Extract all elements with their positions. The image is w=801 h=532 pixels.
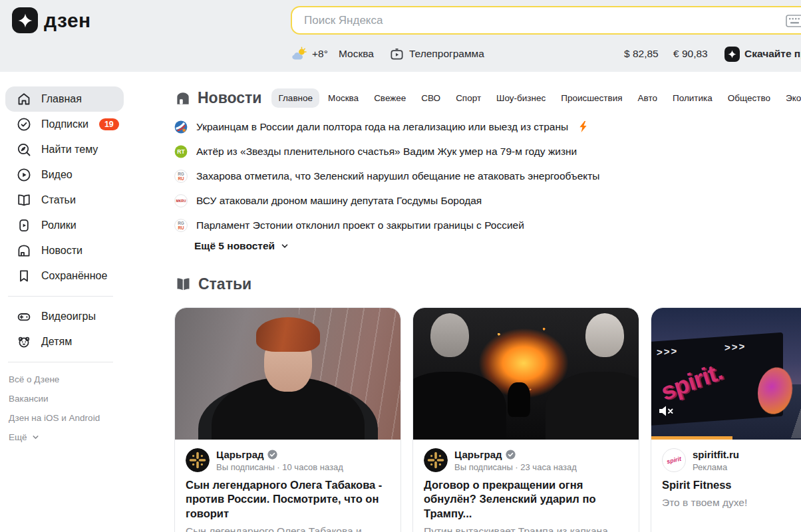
dzen-app-icon <box>724 47 740 62</box>
gamepad-icon <box>16 309 32 325</box>
dzen-star-icon <box>12 7 38 33</box>
news-tab-auto[interactable]: Авто <box>631 88 664 108</box>
mk-icon: MKRU <box>174 194 188 207</box>
news-item-text: ВСУ атаковали дроном машину депутата Гос… <box>196 195 482 207</box>
news-item[interactable]: MKRU ВСУ атаковали дроном машину депутат… <box>174 188 599 213</box>
footer-more-label: Ещё <box>9 432 27 442</box>
logo-text: дзен <box>44 9 91 32</box>
news-item-text: Украинцам в России дали полтора года на … <box>196 121 568 133</box>
tv-program-link[interactable]: Телепрограмма <box>389 43 484 65</box>
subscriptions-icon <box>16 116 32 132</box>
news-tab-sport[interactable]: Спорт <box>449 88 488 108</box>
channel-avatar[interactable] <box>424 448 448 472</box>
news-tab-politics[interactable]: Политика <box>666 88 719 108</box>
news-tab-glavnoe[interactable]: Главное <box>271 88 319 108</box>
sidebar-item-news[interactable]: Новости <box>5 238 124 263</box>
article-card[interactable]: Царьград Вы подписаны · 23 часа назад До… <box>412 307 639 532</box>
ad-title[interactable]: Spirit Fitness <box>662 478 801 492</box>
spirit-logo-icon: spirit <box>666 456 682 465</box>
sidebar-item-articles[interactable]: Статьи <box>5 188 124 213</box>
city-link[interactable]: Москва <box>339 43 374 65</box>
articles-cards: Царьград Вы подписаны · 10 часов назад С… <box>174 307 801 532</box>
channel-name[interactable]: Царьград <box>454 449 502 460</box>
download-app-link[interactable]: Скачайте при <box>724 43 801 65</box>
news-item[interactable]: RG RU Парламент Эстонии отклонил проект … <box>174 213 599 237</box>
mute-button[interactable] <box>658 404 675 421</box>
news-tab-society[interactable]: Общество <box>721 88 777 108</box>
advertiser-name[interactable]: spiritfit.ru <box>693 449 739 460</box>
sidebar-item-label: Подписки <box>41 118 88 130</box>
news-item[interactable]: RG RU Захарова отметила, что Зеленский н… <box>174 164 599 188</box>
channel-name[interactable]: Царьград <box>216 449 264 460</box>
sidebar-item-saved[interactable]: Сохранённое <box>5 263 124 289</box>
search-bar <box>291 6 801 35</box>
sidebar-item-label: Новости <box>41 245 82 257</box>
news-item-text: Захарова отметила, что Зеленский нарушил… <box>196 170 599 182</box>
sidebar-item-subscriptions[interactable]: Подписки 19 <box>5 112 124 137</box>
news-tab-svo[interactable]: СВО <box>414 88 447 108</box>
verified-icon <box>506 450 516 460</box>
spirit-sign-text: spirit. <box>658 358 726 406</box>
article-snippet: Сын легендарного Олега Табакова и молода… <box>186 525 390 532</box>
ad-progress-bar <box>651 436 732 440</box>
ad-card[interactable]: >>> >>> spirit. spirit <box>651 307 801 532</box>
sidebar-item-video[interactable]: Видео <box>5 162 124 188</box>
svg-text:RU: RU <box>178 225 184 230</box>
footer-link-about[interactable]: Всё о Дзене <box>0 370 164 389</box>
article-title[interactable]: Сын легендарного Олега Табакова - против… <box>186 478 390 521</box>
usd-rate[interactable]: $ 82,85 <box>624 43 659 65</box>
sidebar-item-home[interactable]: Главная <box>5 86 124 112</box>
news-tab-moskva[interactable]: Москва <box>321 88 365 108</box>
tv-program-label: Телепрограмма <box>409 48 484 60</box>
keyboard-icon[interactable] <box>786 14 801 31</box>
sidebar-item-shorts[interactable]: Ролики <box>5 213 124 238</box>
download-app-label: Скачайте при <box>744 48 801 60</box>
ad-snippet: Это в твоем духе! <box>662 496 801 510</box>
weather-widget[interactable]: +8° <box>291 43 328 65</box>
usd-value: $ 82,85 <box>624 48 659 60</box>
channel-meta: Вы подписаны · 10 часов назад <box>216 462 343 472</box>
dzen-logo[interactable]: дзен <box>12 7 91 33</box>
dzen-homepage: дзен +8° <box>0 0 801 532</box>
news-header: Новости Главное Москва Свежее СВО Спорт … <box>174 88 800 108</box>
news-tab-show-business[interactable]: Шоу-бизнес <box>490 88 552 108</box>
sun-cloud-icon <box>291 47 307 62</box>
footer-more-button[interactable]: Ещё <box>0 428 164 447</box>
news-tab-svezhee[interactable]: Свежее <box>367 88 412 108</box>
articles-section-icon <box>174 275 192 293</box>
rg-icon: RG RU <box>174 219 188 232</box>
svg-text:RU: RU <box>178 176 184 181</box>
more-news-button[interactable]: Ещё 5 новостей <box>194 240 289 252</box>
advertiser-avatar[interactable]: spirit <box>662 448 686 472</box>
eur-rate[interactable]: € 90,83 <box>673 43 708 65</box>
news-list: Украинцам в России дали полтора года на … <box>174 114 599 237</box>
info-bar: +8° Москва Телепрограмма $ 82,85 € 90,83 <box>291 43 801 65</box>
articles-icon <box>16 192 32 208</box>
footer-link-jobs[interactable]: Вакансии <box>0 389 164 408</box>
news-item-text: Актёр из «Звезды пленительного счастья» … <box>196 146 577 158</box>
rg-icon: RG RU <box>174 170 188 183</box>
video-icon <box>16 167 32 183</box>
sidebar-item-label: Главная <box>41 93 82 105</box>
search-input[interactable] <box>292 14 801 27</box>
footer-link-apps[interactable]: Дзен на iOS и Android <box>0 408 164 428</box>
news-icon <box>16 243 32 259</box>
subscriptions-badge: 19 <box>99 118 119 130</box>
article-card[interactable]: Царьград Вы подписаны · 10 часов назад С… <box>174 307 401 532</box>
news-tab-economy[interactable]: Экон <box>779 88 801 108</box>
news-tab-incidents[interactable]: Происшествия <box>554 88 629 108</box>
sidebar-item-find-topic[interactable]: Найти тему <box>5 137 124 162</box>
sidebar-item-label: Детям <box>41 336 72 348</box>
sidebar-item-games[interactable]: Видеоигры <box>5 304 124 329</box>
news-item-text: Парламент Эстонии отклонил проект о закр… <box>196 219 524 231</box>
tsargrad-logo-icon <box>424 448 448 472</box>
article-title[interactable]: Договор о прекращении огня обнулён? Зеле… <box>424 478 628 521</box>
news-item[interactable]: RT Актёр из «Звезды пленительного счасть… <box>174 139 599 164</box>
sidebar-item-label: Видео <box>41 169 73 181</box>
muted-speaker-icon <box>658 404 675 418</box>
sidebar-item-kids[interactable]: Детям <box>5 329 124 354</box>
news-section-icon <box>174 90 192 107</box>
top-header: дзен +8° <box>0 0 801 72</box>
news-item[interactable]: Украинцам в России дали полтора года на … <box>174 114 599 139</box>
channel-avatar[interactable] <box>186 448 210 472</box>
